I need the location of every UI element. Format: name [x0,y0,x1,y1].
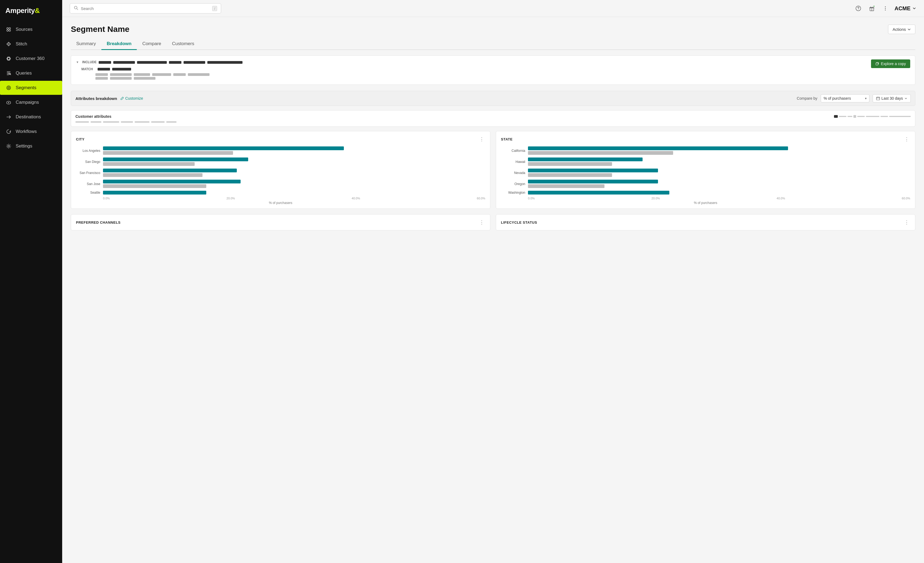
compare-by-select[interactable]: % of purchasers Count % of total [821,94,869,102]
pencil-icon [120,96,124,100]
bar-oregon-teal [528,180,658,183]
section-tab-5[interactable] [135,121,150,123]
date-range-button[interactable]: Last 30 days [873,94,911,102]
actions-button[interactable]: Actions [888,25,915,34]
section-tab-4[interactable] [121,121,133,123]
bar-oregon-gray [528,184,604,188]
logo-symbol: & [35,6,40,15]
city-chart-axis: 0.0% 20.0% 40.0% 60.0% [76,197,485,200]
svg-point-0 [7,28,8,29]
segments-icon [5,85,12,91]
date-chevron-icon [904,97,907,100]
city-more-button[interactable]: ⋮ [478,136,485,142]
city-chart-header: CITY ⋮ [76,136,485,142]
state-chart-header: STATE ⋮ [501,136,910,142]
bar-label-sanjose: San Jose [76,182,100,186]
bar-washington-teal [528,191,669,195]
main-content: / ACME Segment Name Actions [62,0,924,563]
filter-line-6 [207,61,243,64]
queries-icon [5,70,12,76]
svg-point-16 [885,6,886,7]
explore-copy-button[interactable]: Explore a copy [871,60,910,68]
bars-sandiego [103,157,485,166]
bar-sanfrancisco-teal [103,169,237,172]
section-tab-1[interactable] [75,121,89,123]
help-icon[interactable] [854,4,862,13]
tab-breakdown[interactable]: Breakdown [101,38,137,50]
gift-icon[interactable] [867,4,876,13]
bar-california-teal [528,147,788,150]
svg-point-14 [858,9,859,10]
filter-line-4 [169,61,182,64]
customize-link[interactable]: Customize [120,96,143,100]
preferred-channels-header: PREFERRED CHANNELS ⋮ [76,219,485,225]
page-title: Segment Name [71,25,129,34]
sidebar-item-destinations[interactable]: Destinations [0,110,62,124]
sidebar-item-customer360[interactable]: Customer 360 [0,52,62,66]
bar-seattle-teal [103,191,206,195]
sidebar-item-segments[interactable]: Segments [0,81,62,95]
sidebar-item-destinations-label: Destinations [16,114,41,120]
sidebar-item-sources[interactable]: Sources [0,22,62,36]
customer-attrs-row: Customer attributes [75,114,911,118]
svg-point-3 [9,30,10,31]
tab-compare[interactable]: Compare [137,38,166,50]
filter-match-row: MATCH [76,66,243,72]
preferred-channels-more-button[interactable]: ⋮ [478,219,485,225]
svg-rect-19 [876,63,878,65]
section-tab-7[interactable] [166,121,177,123]
filter-extra-row-2 [95,77,243,80]
calendar-icon [876,96,880,100]
scroll-line-1 [839,116,846,117]
more-options-icon[interactable] [881,4,890,13]
filter-expand-icon[interactable]: ▼ [76,60,79,65]
lifecycle-status-more-button[interactable]: ⋮ [903,219,910,225]
bar-la-teal [103,147,344,150]
bar-row-hawaii: Hawaii [501,157,910,166]
bar-label-nevada: Nevada [501,171,525,175]
bars-hawaii [528,157,910,166]
breakdown-right: Compare by % of purchasers Count % of to… [796,94,911,102]
bar-row-sanfrancisco: San Francisco [76,169,485,177]
sidebar-item-stitch[interactable]: Stitch [0,37,62,51]
svg-point-2 [7,30,8,31]
customize-label: Customize [125,96,143,100]
bar-sanfrancisco-gray [103,173,202,177]
page-tabs: Summary Breakdown Compare Customers [71,38,915,50]
scroll-block-active [834,115,838,118]
section-tab-6[interactable] [151,121,165,123]
bar-row-sanjose: San Jose [76,180,485,188]
section-tab-2[interactable] [90,121,101,123]
sidebar-item-settings[interactable]: Settings [0,139,62,153]
bar-nevada-teal [528,169,658,172]
bar-label-sanfrancisco: San Francisco [76,171,100,175]
page-content: Segment Name Actions Summary Breakdown C… [62,17,924,563]
bar-california-gray [528,151,673,155]
svg-point-18 [885,10,886,10]
bar-nevada-gray [528,173,612,177]
bar-row-oregon: Oregon [501,180,910,188]
city-chart-card: CITY ⋮ Los Angeles San Diego [71,131,490,209]
search-box[interactable]: / [70,3,221,13]
user-menu[interactable]: ACME [894,5,916,12]
tab-customers[interactable]: Customers [166,38,200,50]
settings-icon [5,143,12,150]
sidebar-item-workflows[interactable]: Workflows [0,124,62,139]
bar-label-washington: Washington [501,191,525,195]
breakdown-controls-bar: Attributes breakdown Customize Compare b… [71,91,915,106]
scroll-line-6 [889,116,911,117]
bar-label-california: California [501,149,525,153]
actions-chevron-icon [908,28,911,31]
section-tab-3[interactable] [103,121,119,123]
search-input[interactable] [81,6,210,11]
bar-label-la: Los Angeles [76,149,100,153]
state-more-button[interactable]: ⋮ [903,136,910,142]
app-logo: Amperity& [0,0,62,22]
svg-point-8 [7,86,10,90]
bar-hawaii-teal [528,157,643,161]
sidebar-item-campaigns[interactable]: Campaigns [0,95,62,109]
sidebar-item-campaigns-label: Campaigns [16,100,39,105]
sidebar-item-queries[interactable]: Queries [0,66,62,80]
customer360-icon [5,55,12,62]
tab-summary[interactable]: Summary [71,38,101,50]
